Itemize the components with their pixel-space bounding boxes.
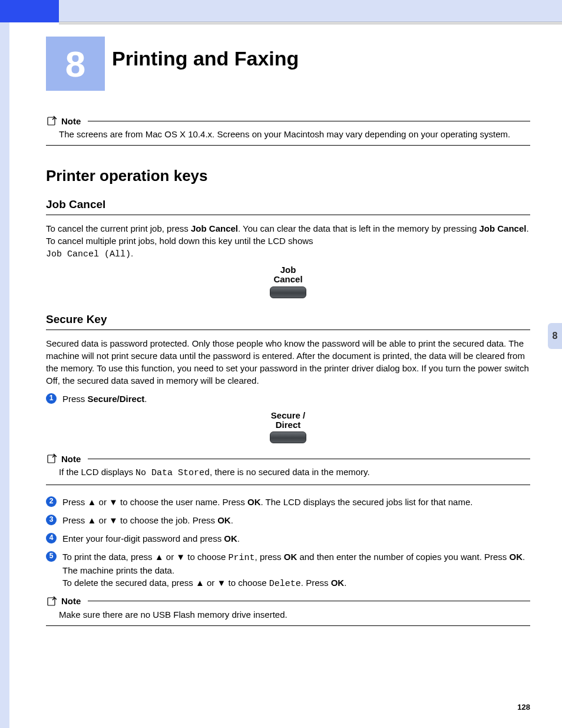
step-number-2: 2 bbox=[46, 496, 57, 507]
note-block-2: Note If the LCD displays No Data Stored,… bbox=[46, 453, 530, 485]
secure-direct-button-figure: Secure / Direct bbox=[46, 411, 530, 446]
note-rule bbox=[88, 601, 530, 601]
side-tab-chapter: 8 bbox=[548, 323, 562, 349]
up-arrow-icon: ▲ bbox=[155, 552, 164, 562]
button-label-secure: Secure / bbox=[46, 411, 530, 420]
down-arrow-icon: ▼ bbox=[217, 578, 226, 588]
note-body: The screens are from Mac OS X 10.4.x. Sc… bbox=[59, 129, 530, 140]
header-accent-right bbox=[59, 0, 562, 22]
step-4: 4 Enter your four-digit password and pre… bbox=[46, 532, 530, 545]
page-number: 128 bbox=[517, 703, 530, 711]
step-number-1: 1 bbox=[46, 393, 57, 404]
note-icon bbox=[46, 116, 58, 126]
up-arrow-icon: ▲ bbox=[196, 578, 204, 588]
chapter-number-box: 8 bbox=[46, 37, 105, 91]
subsection-heading-job-cancel: Job Cancel bbox=[46, 198, 530, 215]
left-margin-strip bbox=[0, 22, 9, 728]
step-3: 3 Press ▲ or ▼ to choose the job. Press … bbox=[46, 514, 530, 526]
note-block-3: Note Make sure there are no USB Flash me… bbox=[46, 596, 530, 626]
step-5: 5 To print the data, press ▲ or ▼ to cho… bbox=[46, 551, 530, 590]
button-label-direct: Direct bbox=[46, 420, 530, 430]
down-arrow-icon: ▼ bbox=[109, 497, 118, 507]
note-footer-rule bbox=[46, 485, 530, 485]
note-rule bbox=[88, 121, 530, 121]
job-cancel-paragraph: To cancel the current print job, press J… bbox=[46, 222, 530, 261]
note-icon bbox=[46, 453, 58, 464]
note-footer-rule bbox=[46, 145, 530, 146]
down-arrow-icon: ▼ bbox=[176, 552, 185, 562]
secure-key-paragraph: Secured data is password protected. Only… bbox=[46, 337, 530, 387]
note-title: Note bbox=[61, 116, 81, 126]
button-label-job: Job bbox=[46, 265, 530, 275]
note-body: Make sure there are no USB Flash memory … bbox=[59, 609, 530, 621]
note-title: Note bbox=[61, 596, 81, 606]
step-number-4: 4 bbox=[46, 533, 57, 543]
step-number-3: 3 bbox=[46, 515, 57, 525]
up-arrow-icon: ▲ bbox=[88, 497, 97, 507]
up-arrow-icon: ▲ bbox=[88, 515, 97, 525]
note-title: Note bbox=[61, 454, 81, 464]
note-footer-rule bbox=[46, 625, 530, 626]
down-arrow-icon: ▼ bbox=[109, 515, 118, 525]
step-number-5: 5 bbox=[46, 551, 57, 562]
note-body: If the LCD displays No Data Stored, ther… bbox=[59, 466, 530, 479]
job-cancel-button-figure: Job Cancel bbox=[46, 265, 530, 300]
step-1: 1 Press Secure/Direct. bbox=[46, 393, 530, 405]
chapter-title: Printing and Faxing bbox=[112, 47, 299, 70]
note-block-1: Note The screens are from Mac OS X 10.4.… bbox=[46, 116, 530, 146]
button-label-cancel: Cancel bbox=[46, 275, 530, 284]
step-2: 2 Press ▲ or ▼ to choose the user name. … bbox=[46, 496, 530, 508]
section-heading-printer-op-keys: Printer operation keys bbox=[46, 167, 530, 185]
note-rule bbox=[88, 459, 530, 459]
header-accent-left bbox=[0, 0, 59, 22]
subsection-heading-secure-key: Secure Key bbox=[46, 313, 530, 330]
note-icon bbox=[46, 596, 58, 607]
hardware-button-secure-direct bbox=[270, 431, 306, 443]
page-content: Note The screens are from Mac OS X 10.4.… bbox=[46, 112, 530, 637]
hardware-button-job-cancel bbox=[270, 286, 306, 298]
